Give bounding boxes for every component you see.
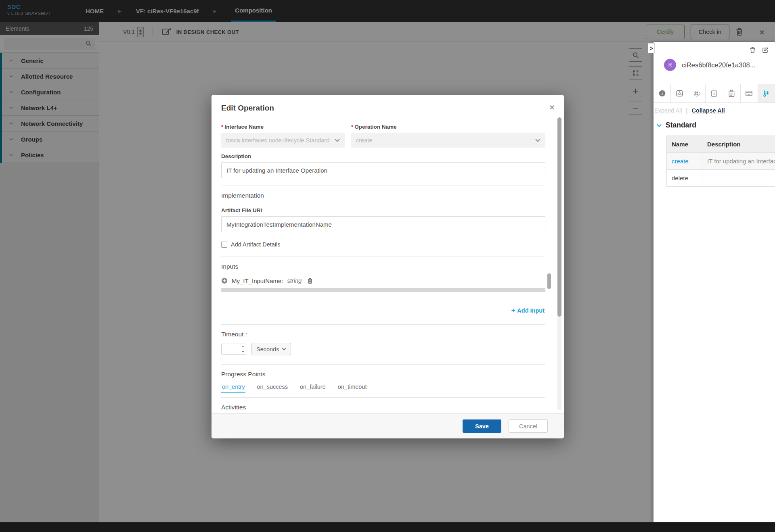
inputs-scrollbar-thumb[interactable] [547,273,551,289]
add-artifact-details-row[interactable]: Add Artifact Details [221,241,545,248]
name-fields-row: *Interface Name tosca.interfaces.node.li… [221,124,545,148]
tab-information-icon[interactable] [654,84,671,102]
artifact-file-uri-label: Artifact File URI [221,207,545,213]
inputs-heading: Inputs [221,263,545,270]
modal-scrollbar-track[interactable] [557,117,561,410]
component-avatar: R [664,59,676,71]
modal-close-icon[interactable]: × [549,103,555,111]
divider [221,397,545,398]
input-parameter-row: My_IT_InputName: string [221,275,545,286]
section-chevron-down-icon[interactable] [657,124,662,127]
table-header-row: Name Description [667,136,775,153]
operation-name-label: *Operation Name [351,124,545,130]
modal-header: Edit Operation × [212,95,564,116]
add-artifact-checkbox[interactable] [221,242,227,248]
progress-points-tabs: on_entry on_success on_failure on_timeou… [221,384,545,393]
input-param-name: My_IT_InputName: [232,277,283,284]
panel-collapse-button[interactable]: > [648,43,655,53]
implementation-heading: Implementation [221,192,545,199]
modal-title: Edit Operation [221,104,554,113]
description-label: Description [221,153,545,159]
table-row: create IT for updating an Interface [667,153,775,170]
edit-operation-modal: Edit Operation × *Interface Name tosca.i… [212,95,564,438]
description-input[interactable] [221,162,545,178]
interface-section-title: Standard [666,121,696,129]
chevron-down-icon [335,139,340,142]
panel-tabs [654,84,775,103]
tab-requirements-capabilities-icon[interactable] [741,84,758,102]
interface-section-header: Standard [657,121,696,129]
timeout-spinner [240,344,246,354]
delete-input-trash-icon[interactable] [307,278,313,284]
tab-settings-gear-icon[interactable] [688,84,706,102]
operation-description [702,170,775,187]
tab-on-entry[interactable]: on_entry [221,384,245,393]
progress-points-heading: Progress Points [221,371,545,378]
column-header-description: Description [702,136,775,153]
divider [221,324,545,325]
component-header: R ciRes6bf8ce20fe1a308... [664,59,756,71]
required-asterisk: * [221,124,223,130]
panel-header-actions [750,47,769,53]
link-divider: | [686,107,688,114]
activities-heading: Activities [221,404,545,411]
component-title: ciRes6bf8ce20fe1a308... [682,61,756,69]
add-artifact-label: Add Artifact Details [231,241,281,248]
operation-delete-link[interactable]: delete [667,170,702,187]
timeout-number-field [221,344,246,355]
expand-collapse-links: Expand All | Collapse All [654,107,725,114]
save-button[interactable]: Save [463,419,501,433]
cancel-button[interactable]: Cancel [509,419,548,433]
operation-create-link[interactable]: create [667,153,702,170]
panel-edit-icon[interactable] [762,47,769,53]
app-window: SDC v.1.16.2-SNAPSHOT HOME ▶ VF: ciRes-V… [0,0,775,532]
tab-on-timeout[interactable]: on_timeout [337,384,368,393]
timeout-controls: Seconds [221,343,545,355]
divider [221,186,545,186]
operations-table: Name Description create IT for updating … [666,136,775,187]
tab-composition-icon[interactable] [671,84,688,102]
column-header-name: Name [667,136,702,153]
collapse-all-link[interactable]: Collapse All [691,107,725,114]
add-input-link[interactable]: +Add Input [221,307,545,315]
tab-on-failure[interactable]: on_failure [299,384,327,393]
expand-all-link[interactable]: Expand All [654,107,682,114]
chevron-down-icon [535,139,540,142]
timeout-label: Timeout : [221,331,545,338]
chevron-down-icon [282,348,286,350]
panel-trash-icon[interactable] [750,47,756,53]
required-asterisk: * [351,124,353,130]
tab-deployment-artifacts-icon[interactable] [723,84,741,102]
tab-on-success[interactable]: on_success [256,384,289,393]
interface-name-select[interactable]: tosca.interfaces.node.lifecycle.Standard [221,133,345,148]
divider [221,257,545,257]
artifact-file-uri-input[interactable] [221,216,545,232]
input-param-type: string [287,277,302,284]
tab-operations-icon[interactable] [758,84,775,102]
operation-name-select[interactable]: create [351,133,545,148]
spinner-down-icon[interactable] [240,349,246,354]
tab-info-artifacts-icon[interactable] [706,84,723,102]
modal-scrollbar-thumb[interactable] [557,117,561,317]
spinner-up-icon[interactable] [240,344,246,349]
table-row: delete [667,170,775,187]
plus-icon: + [511,307,515,314]
plus-circle-icon[interactable] [221,277,228,284]
operations-table-wrapper: Name Description create IT for updating … [666,136,775,187]
operation-description: IT for updating an Interface [702,153,775,170]
interface-name-label: *Interface Name [221,124,345,130]
timeout-unit-select[interactable]: Seconds [251,343,291,355]
inputs-horizontal-scrollbar[interactable] [221,288,545,292]
modal-footer: Save Cancel [212,413,564,438]
divider [221,364,545,365]
modal-body: *Interface Name tosca.interfaces.node.li… [212,116,564,413]
component-detail-panel: > R ciRes6bf8ce20fe1a308... [654,42,775,522]
